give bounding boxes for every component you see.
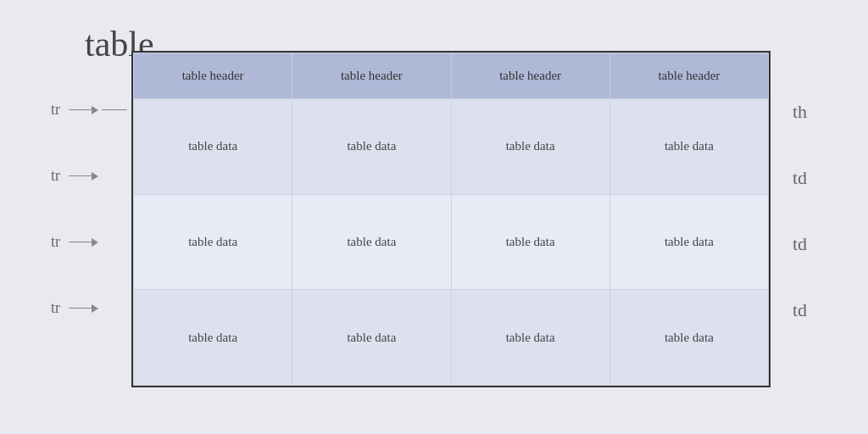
tr-label-1: tr xyxy=(51,101,60,119)
arrowhead-2 xyxy=(92,172,98,181)
row-label-3: tr xyxy=(51,299,98,317)
data-cell-1-1: table data xyxy=(134,99,292,195)
col-header-2: table header xyxy=(292,53,451,99)
arrow-line-1 xyxy=(69,106,127,114)
col-header-3: table header xyxy=(451,53,609,99)
tr-label-4: tr xyxy=(51,299,60,317)
data-cell-1-4: table data xyxy=(609,99,768,195)
data-cell-2-1: table data xyxy=(134,194,292,290)
tr-label-2: tr xyxy=(51,167,60,185)
data-cell-1-3: table data xyxy=(451,99,609,195)
data-cell-2-4: table data xyxy=(609,194,768,290)
data-cell-3-4: table data xyxy=(609,290,768,386)
data-cell-3-1: table data xyxy=(134,290,292,386)
page-wrapper: table caption table header table header … xyxy=(0,0,868,434)
th-right-label: th xyxy=(793,101,807,123)
data-cell-3-2: table data xyxy=(292,290,451,386)
data-row-1: table data table data table data table d… xyxy=(134,99,769,195)
header-row: table header table header table header t… xyxy=(134,53,769,99)
row-label-2: tr xyxy=(51,233,98,251)
arrowhead-1 xyxy=(92,106,98,114)
arrowhead-4 xyxy=(92,304,98,313)
data-cell-2-3: table data xyxy=(451,194,609,290)
td-right-label-2: td xyxy=(793,233,807,255)
row-label-header: tr xyxy=(51,101,127,119)
td-right-label-1: td xyxy=(793,167,807,189)
col-header-1: table header xyxy=(134,53,292,99)
col-header-4: table header xyxy=(609,53,768,99)
data-row-2: table data table data table data table d… xyxy=(134,194,769,290)
data-cell-2-2: table data xyxy=(292,194,451,290)
data-cell-1-2: table data xyxy=(292,99,451,195)
data-cell-3-3: table data xyxy=(451,290,609,386)
main-table: table header table header table header t… xyxy=(133,53,769,386)
data-row-3: table data table data table data table d… xyxy=(134,290,769,386)
arrowhead-3 xyxy=(92,238,98,247)
row-label-1: tr xyxy=(51,167,98,185)
td-right-label-3: td xyxy=(793,299,807,321)
table-container: table header table header table header t… xyxy=(131,51,771,387)
tr-label-3: tr xyxy=(51,233,60,251)
